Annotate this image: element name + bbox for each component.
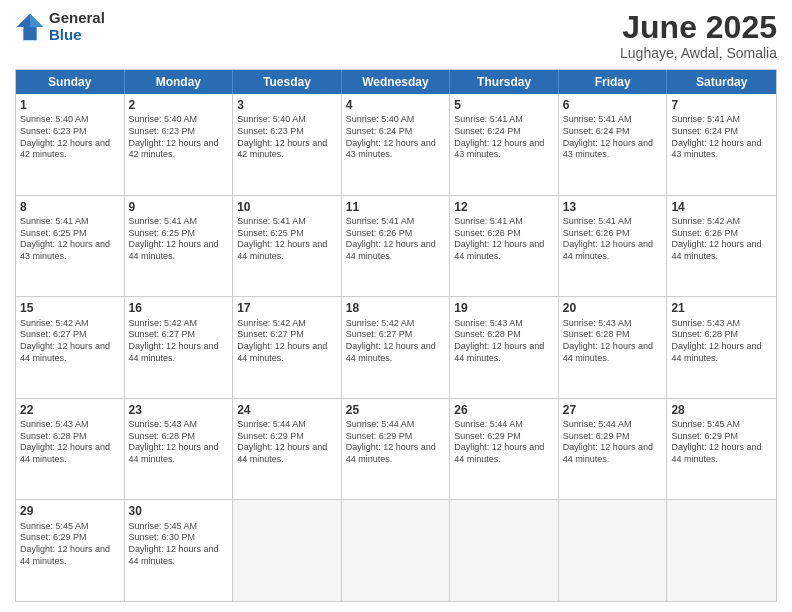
day-num-7: 7 [671,97,772,113]
day-num-2: 2 [129,97,229,113]
cell-info-27: Sunrise: 5:44 AM Sunset: 6:29 PM Dayligh… [563,419,663,466]
cell-w1-d4: 4Sunrise: 5:40 AM Sunset: 6:24 PM Daylig… [342,94,451,195]
day-num-3: 3 [237,97,337,113]
cell-w4-d7: 28Sunrise: 5:45 AM Sunset: 6:29 PM Dayli… [667,399,776,500]
cell-info-8: Sunrise: 5:41 AM Sunset: 6:25 PM Dayligh… [20,216,120,263]
cell-w1-d5: 5Sunrise: 5:41 AM Sunset: 6:24 PM Daylig… [450,94,559,195]
cell-w4-d3: 24Sunrise: 5:44 AM Sunset: 6:29 PM Dayli… [233,399,342,500]
header-tuesday: Tuesday [233,70,342,94]
cell-w3-d4: 18Sunrise: 5:42 AM Sunset: 6:27 PM Dayli… [342,297,451,398]
week-row-5: 29Sunrise: 5:45 AM Sunset: 6:29 PM Dayli… [16,499,776,601]
cell-info-12: Sunrise: 5:41 AM Sunset: 6:26 PM Dayligh… [454,216,554,263]
cell-w3-d5: 19Sunrise: 5:43 AM Sunset: 6:28 PM Dayli… [450,297,559,398]
cell-info-9: Sunrise: 5:41 AM Sunset: 6:25 PM Dayligh… [129,216,229,263]
cell-info-30: Sunrise: 5:45 AM Sunset: 6:30 PM Dayligh… [129,521,229,568]
calendar: Sunday Monday Tuesday Wednesday Thursday… [15,69,777,602]
cell-w5-d5 [450,500,559,601]
cell-w5-d1: 29Sunrise: 5:45 AM Sunset: 6:29 PM Dayli… [16,500,125,601]
header-sunday: Sunday [16,70,125,94]
day-num-26: 26 [454,402,554,418]
header-friday: Friday [559,70,668,94]
cell-w2-d7: 14Sunrise: 5:42 AM Sunset: 6:26 PM Dayli… [667,196,776,297]
cell-w1-d2: 2Sunrise: 5:40 AM Sunset: 6:23 PM Daylig… [125,94,234,195]
logo-text: General Blue [49,10,105,43]
day-num-19: 19 [454,300,554,316]
cell-w2-d5: 12Sunrise: 5:41 AM Sunset: 6:26 PM Dayli… [450,196,559,297]
cell-info-18: Sunrise: 5:42 AM Sunset: 6:27 PM Dayligh… [346,318,446,365]
day-num-12: 12 [454,199,554,215]
cell-info-28: Sunrise: 5:45 AM Sunset: 6:29 PM Dayligh… [671,419,772,466]
cell-w3-d3: 17Sunrise: 5:42 AM Sunset: 6:27 PM Dayli… [233,297,342,398]
day-num-20: 20 [563,300,663,316]
cell-info-6: Sunrise: 5:41 AM Sunset: 6:24 PM Dayligh… [563,114,663,161]
day-num-30: 30 [129,503,229,519]
cell-info-29: Sunrise: 5:45 AM Sunset: 6:29 PM Dayligh… [20,521,120,568]
header-thursday: Thursday [450,70,559,94]
cell-w1-d3: 3Sunrise: 5:40 AM Sunset: 6:23 PM Daylig… [233,94,342,195]
cell-w2-d4: 11Sunrise: 5:41 AM Sunset: 6:26 PM Dayli… [342,196,451,297]
cell-w5-d7 [667,500,776,601]
day-num-1: 1 [20,97,120,113]
cell-w5-d6 [559,500,668,601]
calendar-body: 1Sunrise: 5:40 AM Sunset: 6:23 PM Daylig… [16,94,776,601]
cell-w5-d2: 30Sunrise: 5:45 AM Sunset: 6:30 PM Dayli… [125,500,234,601]
cell-info-4: Sunrise: 5:40 AM Sunset: 6:24 PM Dayligh… [346,114,446,161]
cell-info-26: Sunrise: 5:44 AM Sunset: 6:29 PM Dayligh… [454,419,554,466]
cell-w2-d6: 13Sunrise: 5:41 AM Sunset: 6:26 PM Dayli… [559,196,668,297]
cell-info-5: Sunrise: 5:41 AM Sunset: 6:24 PM Dayligh… [454,114,554,161]
day-num-23: 23 [129,402,229,418]
cell-w4-d2: 23Sunrise: 5:43 AM Sunset: 6:28 PM Dayli… [125,399,234,500]
day-num-16: 16 [129,300,229,316]
cell-w3-d6: 20Sunrise: 5:43 AM Sunset: 6:28 PM Dayli… [559,297,668,398]
cell-w1-d6: 6Sunrise: 5:41 AM Sunset: 6:24 PM Daylig… [559,94,668,195]
header-saturday: Saturday [667,70,776,94]
cell-w3-d2: 16Sunrise: 5:42 AM Sunset: 6:27 PM Dayli… [125,297,234,398]
cell-info-15: Sunrise: 5:42 AM Sunset: 6:27 PM Dayligh… [20,318,120,365]
header: General Blue June 2025 Lughaye, Awdal, S… [15,10,777,61]
day-num-24: 24 [237,402,337,418]
week-row-1: 1Sunrise: 5:40 AM Sunset: 6:23 PM Daylig… [16,94,776,195]
page: General Blue June 2025 Lughaye, Awdal, S… [0,0,792,612]
cell-info-10: Sunrise: 5:41 AM Sunset: 6:25 PM Dayligh… [237,216,337,263]
cell-info-11: Sunrise: 5:41 AM Sunset: 6:26 PM Dayligh… [346,216,446,263]
day-num-25: 25 [346,402,446,418]
cell-info-21: Sunrise: 5:43 AM Sunset: 6:28 PM Dayligh… [671,318,772,365]
calendar-subtitle: Lughaye, Awdal, Somalia [620,45,777,61]
day-num-27: 27 [563,402,663,418]
day-num-6: 6 [563,97,663,113]
cell-info-23: Sunrise: 5:43 AM Sunset: 6:28 PM Dayligh… [129,419,229,466]
cell-info-25: Sunrise: 5:44 AM Sunset: 6:29 PM Dayligh… [346,419,446,466]
cell-info-2: Sunrise: 5:40 AM Sunset: 6:23 PM Dayligh… [129,114,229,161]
calendar-title: June 2025 [620,10,777,45]
svg-marker-1 [30,13,43,26]
logo-general-text: General [49,10,105,27]
cell-w2-d3: 10Sunrise: 5:41 AM Sunset: 6:25 PM Dayli… [233,196,342,297]
cell-w4-d4: 25Sunrise: 5:44 AM Sunset: 6:29 PM Dayli… [342,399,451,500]
cell-w4-d6: 27Sunrise: 5:44 AM Sunset: 6:29 PM Dayli… [559,399,668,500]
calendar-header-row: Sunday Monday Tuesday Wednesday Thursday… [16,70,776,94]
cell-w3-d1: 15Sunrise: 5:42 AM Sunset: 6:27 PM Dayli… [16,297,125,398]
cell-w4-d5: 26Sunrise: 5:44 AM Sunset: 6:29 PM Dayli… [450,399,559,500]
day-num-15: 15 [20,300,120,316]
week-row-2: 8Sunrise: 5:41 AM Sunset: 6:25 PM Daylig… [16,195,776,297]
day-num-17: 17 [237,300,337,316]
cell-info-13: Sunrise: 5:41 AM Sunset: 6:26 PM Dayligh… [563,216,663,263]
cell-w1-d1: 1Sunrise: 5:40 AM Sunset: 6:23 PM Daylig… [16,94,125,195]
cell-info-19: Sunrise: 5:43 AM Sunset: 6:28 PM Dayligh… [454,318,554,365]
day-num-4: 4 [346,97,446,113]
cell-info-1: Sunrise: 5:40 AM Sunset: 6:23 PM Dayligh… [20,114,120,161]
cell-w3-d7: 21Sunrise: 5:43 AM Sunset: 6:28 PM Dayli… [667,297,776,398]
logo-icon [15,12,45,42]
cell-info-3: Sunrise: 5:40 AM Sunset: 6:23 PM Dayligh… [237,114,337,161]
cell-w5-d3 [233,500,342,601]
day-num-9: 9 [129,199,229,215]
day-num-13: 13 [563,199,663,215]
day-num-29: 29 [20,503,120,519]
week-row-3: 15Sunrise: 5:42 AM Sunset: 6:27 PM Dayli… [16,296,776,398]
day-num-8: 8 [20,199,120,215]
cell-w2-d2: 9Sunrise: 5:41 AM Sunset: 6:25 PM Daylig… [125,196,234,297]
cell-w2-d1: 8Sunrise: 5:41 AM Sunset: 6:25 PM Daylig… [16,196,125,297]
day-num-22: 22 [20,402,120,418]
header-monday: Monday [125,70,234,94]
day-num-10: 10 [237,199,337,215]
